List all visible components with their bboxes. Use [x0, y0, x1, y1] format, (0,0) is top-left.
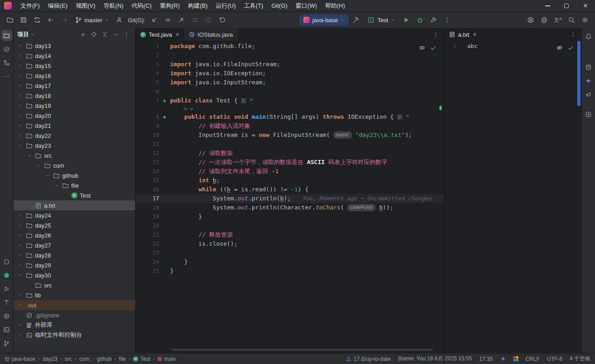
right-inspection-widget[interactable] [556, 44, 574, 51]
hide-panel-button[interactable]: − [111, 29, 121, 39]
learn-tool-button[interactable] [1, 270, 12, 281]
run-config-widget[interactable]: Test [363, 14, 399, 26]
code-line-18[interactable]: 18 System.out.println(Character.toChars(… [136, 203, 444, 212]
code-line-11[interactable]: 11 [136, 140, 444, 149]
profiler-tool-button[interactable] [1, 311, 12, 321]
save-all-button[interactable] [17, 14, 30, 26]
tree-item-item[interactable]: 外部库 [14, 320, 135, 330]
code-line-14[interactable]: 14 // 读取到文件末尾，返回 -1 [136, 167, 444, 176]
right-code-editor[interactable]: 1abc [444, 41, 581, 353]
line-ending-widget[interactable]: CRLF [526, 356, 540, 362]
editor-tab-a.txt[interactable]: a.txt× [444, 28, 481, 41]
code-line-19[interactable]: 19 } [136, 212, 444, 221]
tree-item-day24[interactable]: day24 [14, 210, 135, 220]
code-with-me-button[interactable] [524, 14, 537, 26]
branch-widget[interactable]: master [72, 14, 112, 26]
chevron-right-icon[interactable] [17, 93, 24, 98]
close-button[interactable]: × [576, 0, 595, 11]
forward-button[interactable] [58, 14, 71, 26]
code-line-3[interactable]: 3import java.io.FileInputStream; [136, 60, 444, 69]
menu-item-11[interactable]: 帮助(H) [321, 0, 349, 11]
back-button[interactable] [44, 14, 57, 26]
dependencies-tool-button[interactable] [583, 109, 594, 120]
menu-item-1[interactable]: 编辑(E) [44, 0, 72, 11]
code-line-12[interactable]: 12 // 读取数据 [136, 149, 444, 158]
chevron-right-icon[interactable] [17, 303, 24, 307]
chevron-down-icon[interactable] [17, 273, 24, 277]
menu-item-2[interactable]: 视图(V) [72, 0, 99, 11]
breadcrumb-item-java-base[interactable]: java-base [5, 356, 35, 362]
terminal-tool-button[interactable] [1, 324, 12, 335]
new-item-button[interactable]: + [78, 29, 88, 39]
blame-widget[interactable]: Blame: You 16 6月 2025 15:55 [398, 355, 472, 363]
tree-item-file[interactable]: file [14, 180, 135, 190]
code-line-16[interactable]: 16 while ((b = is.read()) != -1) { [136, 185, 444, 194]
tree-item-.gitignore[interactable]: .gitignore [14, 310, 135, 320]
menu-item-8[interactable]: 工具(T) [240, 0, 268, 11]
horizontal-scrollbar[interactable] [171, 349, 433, 351]
git-fetch-button[interactable] [189, 14, 201, 26]
git-push-button[interactable] [175, 14, 188, 26]
tree-item-lib[interactable]: lib [14, 290, 135, 300]
chevron-down-icon[interactable] [44, 173, 51, 178]
run-button[interactable] [400, 14, 413, 26]
menu-item-0[interactable]: 文件(F) [16, 0, 44, 11]
git-sync-status[interactable]: 17 Δ/up-to-date [346, 356, 391, 362]
close-tab-icon[interactable]: × [176, 31, 179, 38]
code-line-17[interactable]: 17 System.out.println(b);You, Moments ag… [136, 194, 444, 203]
input-method-widget[interactable] [513, 356, 518, 361]
tree-item-github[interactable]: github [14, 170, 135, 180]
scrollbar-thumb[interactable] [577, 41, 580, 106]
build-button[interactable] [350, 14, 362, 26]
breadcrumb-item-main[interactable]: main [157, 356, 176, 362]
tree-item-day30[interactable]: day30 [14, 270, 135, 280]
chevron-right-icon[interactable] [17, 113, 24, 118]
chevron-right-icon[interactable] [17, 263, 24, 267]
chevron-right-icon[interactable] [17, 53, 24, 58]
code-line-21[interactable]: 21 // 释放资源 [136, 230, 444, 239]
sync-button[interactable] [31, 14, 44, 26]
breadcrumb-item-com[interactable]: com [79, 356, 90, 362]
tree-item-a.txt[interactable]: a.txt [14, 200, 135, 210]
commit-tool-button[interactable] [1, 44, 12, 54]
chevron-right-icon[interactable] [17, 44, 24, 48]
tree-item-day25[interactable]: day25 [14, 220, 135, 230]
menu-item-7[interactable]: 运行(U) [212, 0, 240, 11]
tree-item-day18[interactable]: day18 [14, 91, 135, 101]
annotate-button[interactable] [113, 14, 126, 26]
ai-assistant-button[interactable] [583, 75, 594, 86]
notifications-button[interactable] [583, 31, 594, 42]
translate-button[interactable]: 文A [551, 14, 564, 26]
structure-tool-button[interactable] [1, 57, 12, 68]
tree-item-day27[interactable]: day27 [14, 240, 135, 250]
code-line-6[interactable]: 6 [136, 87, 444, 96]
tree-item-test[interactable]: CTest [14, 190, 135, 200]
gradle-tool-button[interactable] [583, 89, 594, 100]
run-with-options-button[interactable] [427, 14, 440, 26]
search-everywhere-button[interactable] [565, 14, 578, 26]
breadcrumb-item-day23[interactable]: day23 [43, 356, 58, 362]
breadcrumb-item-file[interactable]: file [119, 356, 126, 362]
tree-item-day29[interactable]: day29 [14, 260, 135, 270]
project-widget[interactable]: java-base [299, 14, 349, 26]
chevron-right-icon[interactable] [17, 103, 24, 108]
chevron-right-icon[interactable] [17, 133, 24, 138]
chevron-right-icon[interactable] [17, 333, 24, 337]
ai-status-widget[interactable] [500, 356, 506, 362]
code-line-2[interactable]: 2 [136, 51, 444, 60]
code-line-24[interactable]: 24 } [136, 257, 444, 267]
run-tool-button[interactable] [1, 283, 12, 294]
code-line-4[interactable]: 4import java.io.IOException; [136, 69, 444, 78]
chevron-down-icon[interactable] [35, 163, 42, 168]
chevron-right-icon[interactable] [17, 223, 24, 228]
chevron-right-icon[interactable] [17, 293, 24, 297]
tree-item-day26[interactable]: day26 [14, 230, 135, 240]
git-history-button[interactable] [202, 14, 215, 26]
open-project-button[interactable] [4, 14, 16, 26]
chevron-right-icon[interactable] [17, 73, 24, 78]
collapse-all-button[interactable] [100, 29, 110, 39]
minimize-button[interactable] [538, 0, 557, 11]
code-editor[interactable]: 1package com.github.file;23import java.i… [136, 41, 444, 353]
tree-item-day23[interactable]: day23 [14, 141, 135, 150]
clock-widget[interactable]: 17:35 [479, 356, 493, 362]
